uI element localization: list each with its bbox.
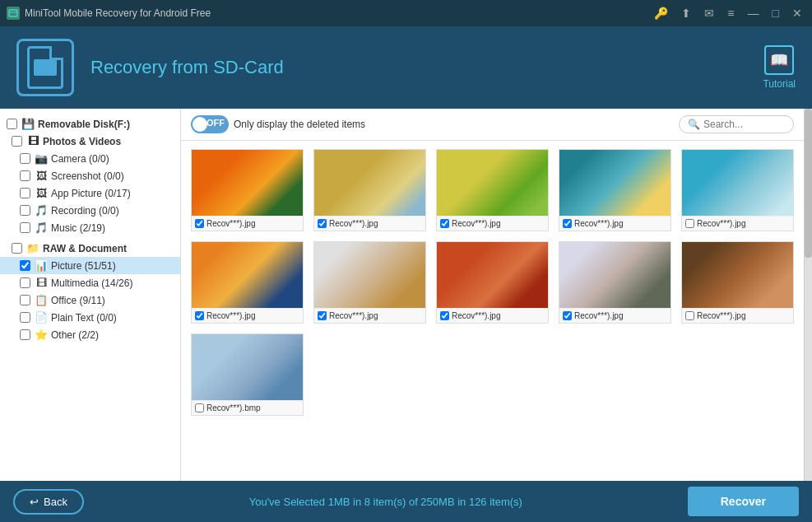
photo-item-4[interactable]: Recov***).jpg [559, 149, 671, 231]
sidebar-item-other[interactable]: ⭐ Other (2/2) [0, 326, 180, 343]
back-arrow-icon: ↩ [30, 496, 39, 508]
sidebar-recording-label: Recording (0/0) [51, 205, 174, 217]
sidebar-picture-checkbox[interactable] [20, 260, 30, 271]
photo-label-8: Recov***).jpg [437, 308, 548, 323]
close-button[interactable]: ✕ [789, 7, 805, 20]
scrollbar-thumb[interactable] [805, 109, 812, 258]
sidebar-screenshot-checkbox[interactable] [20, 170, 30, 181]
back-label: Back [44, 496, 67, 508]
photo-item-7[interactable]: Recov***).jpg [313, 241, 426, 324]
sidebar-item-camera[interactable]: 📷 Camera (0/0) [0, 150, 180, 167]
photo-thumb-5 [682, 150, 793, 216]
sidebar-group-photos-label: Photos & Videos [43, 136, 174, 147]
photo-thumb-8 [437, 242, 548, 308]
sidebar-music-label: Music (2/19) [51, 222, 174, 234]
photo-item-5[interactable]: Recov***).jpg [681, 149, 794, 231]
sidebar-item-multimedia[interactable]: 🎞 Multimedia (14/26) [0, 274, 180, 291]
photo-checkbox-7[interactable] [318, 311, 327, 320]
sidebar-office-label: Office (9/11) [51, 295, 174, 306]
sd-card-icon [27, 46, 63, 89]
svg-rect-0 [9, 10, 17, 16]
photo-item-3[interactable]: Recov***).jpg [436, 149, 549, 231]
sidebar-other-checkbox[interactable] [20, 329, 30, 340]
sidebar-multimedia-label: Multimedia (14/26) [51, 277, 174, 289]
sidebar-item-apppicture[interactable]: 🖼 App Picture (0/17) [0, 184, 180, 202]
photo-checkbox-11[interactable] [195, 403, 204, 412]
picture-icon: 📊 [35, 259, 48, 272]
tutorial-button[interactable]: 📖 Tutorial [763, 45, 796, 90]
photo-label-6: Recov***).jpg [192, 308, 303, 323]
sidebar-group-photos[interactable]: 🎞 Photos & Videos [0, 133, 180, 150]
photo-checkbox-2[interactable] [318, 219, 327, 228]
photo-checkbox-6[interactable] [195, 311, 204, 320]
app-title: MiniTool Mobile Recovery for Android Fre… [25, 7, 651, 19]
photo-checkbox-4[interactable] [563, 219, 572, 228]
sidebar-item-office[interactable]: 📋 Office (9/11) [0, 291, 180, 309]
camera-icon: 📷 [35, 152, 48, 165]
photo-item-1[interactable]: Recov***).jpg [191, 149, 304, 231]
photo-checkbox-1[interactable] [195, 219, 204, 228]
photo-checkbox-5[interactable] [685, 219, 694, 228]
sidebar-plaintext-label: Plain Text (0/0) [51, 312, 174, 324]
sidebar-music-checkbox[interactable] [20, 222, 30, 233]
sidebar-multimedia-checkbox[interactable] [20, 277, 30, 288]
other-icon: ⭐ [35, 329, 48, 341]
photo-checkbox-10[interactable] [685, 311, 694, 320]
minimize-button[interactable]: — [745, 7, 763, 20]
photo-checkbox-9[interactable] [563, 311, 572, 320]
sidebar-item-picture[interactable]: 📊 Picture (51/51) [0, 257, 180, 274]
photo-thumb-3 [437, 150, 548, 216]
photo-checkbox-8[interactable] [440, 311, 449, 320]
photo-item-9[interactable]: Recov***).jpg [559, 241, 671, 324]
sidebar-root[interactable]: 💾 Removable Disk(F:) [0, 115, 180, 133]
photo-item-11[interactable]: Recov***).bmp [191, 333, 304, 416]
app-icon [7, 7, 20, 20]
raw-icon: 📁 [26, 242, 39, 254]
maximize-button[interactable]: □ [769, 7, 782, 20]
upload-icon[interactable]: ⬆ [678, 7, 694, 20]
sidebar-group-photos-checkbox[interactable] [12, 136, 22, 147]
window-controls[interactable]: 🔑 ⬆ ✉ ≡ — □ ✕ [651, 7, 805, 20]
search-input[interactable] [703, 119, 785, 130]
photo-item-2[interactable]: Recov***).jpg [313, 149, 426, 231]
photo-filename-1: Recov***).jpg [206, 219, 255, 228]
toggle-track[interactable]: OFF [191, 115, 229, 133]
sidebar-item-music[interactable]: 🎵 Music (2/19) [0, 219, 180, 236]
sidebar-group-raw-checkbox[interactable] [12, 243, 22, 254]
sidebar-item-plaintext[interactable]: 📄 Plain Text (0/0) [0, 309, 180, 326]
back-button[interactable]: ↩ Back [13, 489, 84, 515]
photo-thumb-4 [559, 150, 670, 216]
sidebar-item-screenshot[interactable]: 🖼 Screenshot (0/0) [0, 167, 180, 184]
sidebar-apppicture-label: App Picture (0/17) [51, 188, 174, 199]
menu-icon[interactable]: ≡ [724, 7, 737, 20]
sidebar-office-checkbox[interactable] [20, 295, 30, 305]
title-bar: MiniTool Mobile Recovery for Android Fre… [0, 0, 812, 26]
mail-icon[interactable]: ✉ [701, 7, 717, 20]
sidebar-root-checkbox[interactable] [7, 119, 17, 129]
photo-checkbox-3[interactable] [440, 219, 449, 228]
photo-filename-4: Recov***).jpg [574, 219, 623, 228]
photo-thumb-7 [314, 242, 425, 308]
sidebar-apppicture-checkbox[interactable] [20, 188, 30, 198]
toggle-switch[interactable]: OFF Only display the deleted items [191, 115, 365, 133]
recover-button[interactable]: Recover [688, 487, 799, 516]
sidebar-other-label: Other (2/2) [51, 329, 174, 341]
sidebar-item-recording[interactable]: 🎵 Recording (0/0) [0, 202, 180, 219]
photo-thumb-2 [314, 150, 425, 216]
header-title: Recovery from SD-Card [90, 57, 796, 78]
photo-item-8[interactable]: Recov***).jpg [436, 241, 549, 324]
sidebar-group-raw[interactable]: 📁 RAW & Document [0, 240, 180, 257]
sidebar-recording-checkbox[interactable] [20, 205, 30, 216]
search-box[interactable]: 🔍 [679, 115, 794, 133]
sidebar-camera-checkbox[interactable] [20, 153, 30, 164]
photo-thumb-9 [559, 242, 670, 308]
scrollbar[interactable] [804, 109, 812, 481]
key-icon[interactable]: 🔑 [651, 7, 671, 20]
photo-label-7: Recov***).jpg [314, 308, 425, 323]
photo-label-4: Recov***).jpg [559, 216, 670, 231]
sidebar-plaintext-checkbox[interactable] [20, 312, 30, 323]
sidebar-camera-label: Camera (0/0) [51, 153, 174, 165]
photo-item-10[interactable]: Recov***).jpg [681, 241, 794, 324]
photo-item-6[interactable]: Recov***).jpg [191, 241, 304, 324]
photo-filename-9: Recov***).jpg [574, 311, 623, 320]
